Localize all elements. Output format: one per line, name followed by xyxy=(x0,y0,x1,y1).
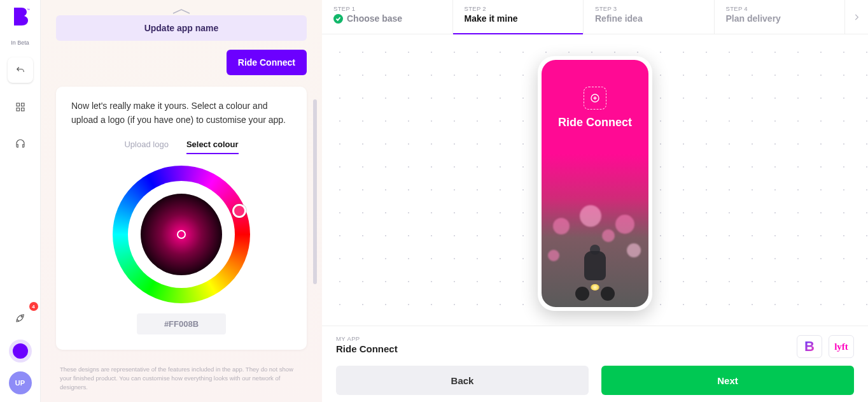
brand-chip-builder[interactable]: B xyxy=(797,335,822,358)
my-app-block: MY APP Ride Connect xyxy=(336,335,398,354)
grid-button[interactable] xyxy=(8,94,33,120)
back-button[interactable]: Back xyxy=(336,366,589,395)
svg-rect-2 xyxy=(21,103,24,106)
beta-label: In Beta xyxy=(11,39,29,46)
next-button[interactable]: Next xyxy=(601,366,854,395)
colour-picker: #FF008B xyxy=(71,166,291,334)
grid-icon xyxy=(15,101,26,113)
theme-swatch[interactable] xyxy=(9,340,32,363)
main-area: STEP 1 Choose base STEP 2 Make it mine S… xyxy=(322,0,868,402)
my-app-label: MY APP xyxy=(336,335,398,342)
step-title-text: Plan delivery xyxy=(726,13,781,24)
collapse-handle[interactable] xyxy=(171,6,192,14)
customise-tabs: Upload logo Select colour xyxy=(71,140,291,154)
step-num: STEP 4 xyxy=(726,5,834,12)
phone-app-title: Ride Connect xyxy=(542,116,648,129)
panel-scrollbar[interactable] xyxy=(313,99,317,284)
rocket-button[interactable]: 4 xyxy=(8,305,33,331)
update-app-name-button[interactable]: Update app name xyxy=(56,15,307,41)
disclaimer-text: These designs are representative of the … xyxy=(56,365,307,391)
step-title-text: Choose base xyxy=(347,13,402,24)
support-button[interactable] xyxy=(8,131,33,157)
add-logo-slot[interactable] xyxy=(584,87,606,110)
brand-chip-lyft[interactable]: lyft xyxy=(829,335,854,358)
undo-icon xyxy=(15,64,26,76)
brand-chips: B lyft xyxy=(797,335,854,358)
user-avatar[interactable]: UP xyxy=(9,371,32,394)
tab-select-colour[interactable]: Select colour xyxy=(186,140,239,154)
step-1[interactable]: STEP 1 Choose base xyxy=(322,0,453,34)
brightness-handle[interactable] xyxy=(177,230,186,239)
step-num: STEP 2 xyxy=(465,5,572,12)
undo-button[interactable] xyxy=(8,57,33,83)
footer-bar: MY APP Ride Connect B lyft Back Next xyxy=(322,326,868,402)
hex-value[interactable]: #FF008B xyxy=(137,313,226,334)
svg-point-5 xyxy=(21,316,22,317)
hue-wheel[interactable] xyxy=(113,166,250,303)
card-instruction: Now let's really make it yours. Select a… xyxy=(71,99,291,127)
step-4[interactable]: STEP 4 Plan delivery xyxy=(715,0,846,34)
step-title-text: Refine idea xyxy=(595,13,643,24)
svg-rect-1 xyxy=(17,103,20,106)
steps-next-arrow[interactable] xyxy=(845,0,868,34)
chevron-right-icon xyxy=(852,13,861,22)
tab-upload-logo[interactable]: Upload logo xyxy=(124,140,168,154)
svg-text:™: ™ xyxy=(27,8,30,11)
rocket-badge: 4 xyxy=(29,302,38,311)
left-panel: Update app name Ride Connect Now let's r… xyxy=(41,0,322,402)
brightness-disc[interactable] xyxy=(141,194,222,275)
lyft-logo: lyft xyxy=(834,341,848,352)
rocket-icon xyxy=(15,312,26,324)
svg-rect-3 xyxy=(17,108,20,111)
check-icon xyxy=(333,14,343,24)
left-rail: ™ In Beta 4 UP xyxy=(0,0,41,402)
phone-background-art xyxy=(542,180,648,307)
step-num: STEP 1 xyxy=(333,5,441,12)
rider-silhouette xyxy=(573,245,617,302)
step-3[interactable]: STEP 3 Refine idea xyxy=(584,0,715,34)
plus-icon xyxy=(590,93,600,103)
customise-card: Now let's really make it yours. Select a… xyxy=(56,87,307,350)
my-app-name: Ride Connect xyxy=(336,343,398,354)
step-bar: STEP 1 Choose base STEP 2 Make it mine S… xyxy=(322,0,868,34)
chevron-up-icon xyxy=(171,8,192,15)
hue-handle[interactable] xyxy=(232,204,246,218)
svg-rect-4 xyxy=(21,108,24,111)
step-num: STEP 3 xyxy=(595,5,703,12)
phone-screen: Ride Connect xyxy=(542,60,648,307)
app-logo: ™ xyxy=(10,6,31,28)
app-name-chip: Ride Connect xyxy=(227,50,307,75)
step-2[interactable]: STEP 2 Make it mine xyxy=(453,0,584,34)
builder-b-icon: B xyxy=(804,338,815,355)
phone-mockup: Ride Connect xyxy=(538,56,652,311)
headset-icon xyxy=(15,138,26,150)
step-title-text: Make it mine xyxy=(465,13,518,24)
preview-canvas[interactable]: Ride Connect xyxy=(322,34,868,326)
